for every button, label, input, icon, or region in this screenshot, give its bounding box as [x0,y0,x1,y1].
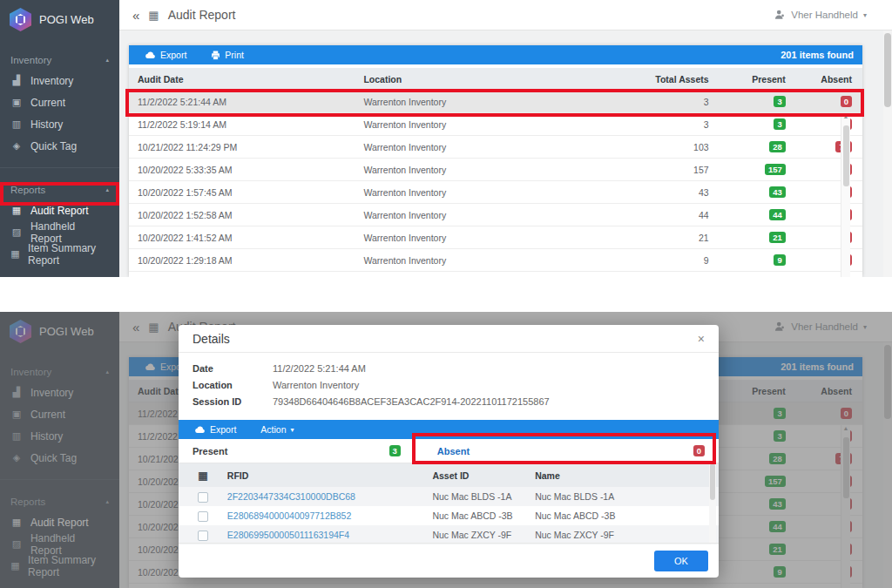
location-cell: Warrenton Inventory [363,210,612,220]
audit-date-cell: 11/2/2022 5:21:44 AM [129,97,363,107]
total-assets-cell: 3 [613,97,716,107]
sidebar-section-inventory[interactable]: Inventory ▴ [0,51,119,70]
sidebar-item-handheld-report[interactable]: ▨ Handheld Report [0,221,119,243]
asset-row[interactable]: E280699500005011163194F4 Nuc Mac ZXCY -9… [179,525,719,544]
print-button[interactable]: Print [199,45,256,64]
column-header-name: Name [535,470,719,481]
table-scrollbar[interactable]: ▲ [841,113,850,277]
audit-date-cell: 10/20/2022 1:41:52 AM [129,233,363,243]
screenshot-top: POGI Web Inventory ▴ ▟ Inventory ▣ Curre… [0,0,892,277]
page-scrollbar[interactable] [883,30,892,277]
action-dropdown[interactable]: Action ▾ [248,420,306,439]
rfid-link[interactable]: E280699500005011163194F4 [227,530,349,540]
section-label: Inventory [10,55,51,65]
sidebar-item-audit-report[interactable]: ▦ Audit Report [0,199,119,221]
sidebar-item-icon: ▦ [10,248,20,260]
audit-row[interactable]: 11/2/2022 5:21:44 AM Warrenton Inventory… [129,91,862,113]
field-value: 79348D66404646B8ACEF3EA3CAC2F914-2022110… [273,396,550,407]
chevron-down-icon: ▾ [291,426,294,434]
modal-title: Details [193,332,230,346]
chevron-down-icon: ▾ [863,11,867,19]
user-name: Vher Handheld [791,10,858,20]
screenshot-canvas: POGI Web Inventory ▴ ▟ Inventory ▣ Curre… [0,0,892,588]
present-badge: 21 [769,232,786,244]
modal-toolbar: Export Action ▾ [179,420,719,439]
ok-button[interactable]: OK [654,551,708,571]
modal-footer: OK [179,543,719,578]
column-header-location: Location [363,74,612,84]
audit-report-card: Export Print 201 items found Audit Date [129,45,862,277]
audit-row[interactable]: 10/20/2022 1:52:58 AM Warrenton Inventor… [129,204,862,226]
column-header-audit-date: Audit Date [129,74,363,84]
sidebar-section-reports[interactable]: Reports ▴ [0,180,119,199]
brand: POGI Web [0,0,119,38]
audit-row[interactable]: 11/2/2022 5:19:14 AM Warrenton Inventory… [129,113,862,136]
audit-row[interactable]: 10/20/2022 1:41:52 AM Warrenton Inventor… [129,226,862,249]
audit-row[interactable]: 10/20/2022 5:33:35 AM Warrenton Inventor… [129,159,862,181]
chevron-up-icon: ▴ [105,186,109,193]
modal-table-body: 2F2203447334C310000DBC68 Nuc Mac BLDS -1… [179,487,719,544]
present-badge: 28 [769,141,786,153]
asset-name-cell: Nuc Mac ZXCY -9F [535,530,719,540]
modal-export-button[interactable]: Export [179,420,248,439]
sidebar-item-inventory[interactable]: ▟ Inventory [0,70,119,91]
column-header-total-assets: Total Assets [613,74,716,84]
items-found-count: 201 items found [780,50,862,60]
absent-badge: 0 [841,96,852,108]
pogi-logo-icon [10,8,31,31]
audit-row[interactable]: 10/20/2022 1:29:18 AM Warrenton Inventor… [129,249,862,272]
sidebar-item-quick-tag[interactable]: ◈ Quick Tag [0,135,119,157]
rfid-link[interactable]: E2806894000040097712B852 [227,510,351,521]
present-absent-bar: Present 3 Absent 0 [179,439,719,463]
present-badge: 3 [774,118,785,131]
row-checkbox[interactable] [198,492,208,503]
export-button[interactable]: Export [129,45,199,64]
modal-table-header: ▦ RFID Asset ID Name [179,463,719,487]
close-icon[interactable]: × [698,332,705,346]
sidebar-divider [0,167,119,168]
detail-field: Location Warrenton Inventory [193,380,705,390]
asset-row[interactable]: 2F2203447334C310000DBC68 Nuc Mac BLDS -1… [179,487,719,506]
printer-icon [211,51,220,60]
audit-date-cell: 11/2/2022 5:19:14 AM [129,119,363,130]
sidebar-item-icon: ▥ [10,118,23,130]
sidebar-collapse-button[interactable]: « [132,8,139,23]
sidebar-item-label: Inventory [30,75,73,87]
present-badge: 157 [765,164,786,176]
audit-table-body: 11/2/2022 5:21:44 AM Warrenton Inventory… [129,91,862,272]
location-cell: Warrenton Inventory [363,187,612,198]
sidebar-item-current[interactable]: ▣ Current [0,91,119,113]
audit-row[interactable]: 10/21/2022 11:24:29 PM Warrenton Invento… [129,136,862,159]
column-header-absent: Absent [789,74,862,84]
grid-icon[interactable]: ▦ [198,470,207,482]
content-area: Export Print 201 items found Audit Date [119,30,892,277]
chevron-up-icon: ▴ [105,57,109,64]
sidebar-item-history[interactable]: ▥ History [0,113,119,135]
total-assets-cell: 43 [613,187,716,198]
present-badge: 43 [769,186,786,199]
sidebar: POGI Web Inventory ▴ ▟ Inventory ▣ Curre… [0,0,119,277]
present-badge: 9 [774,254,785,267]
sidebar-item-icon: ▣ [10,97,23,108]
detail-field: Date 11/2/2022 5:21:44 AM [193,363,705,374]
absent-toggle[interactable]: Absent 0 [416,445,719,457]
audit-date-cell: 10/20/2022 5:33:35 AM [129,165,363,175]
present-label: Present [193,446,227,456]
row-checkbox[interactable] [198,511,208,522]
row-checkbox[interactable] [198,531,208,541]
app-screen: POGI Web Inventory ▴ ▟ Inventory ▣ Curre… [0,0,892,277]
asset-id-cell: Nuc Mac ZXCY -9F [432,530,535,540]
modal-table-scrollbar[interactable] [709,462,716,544]
user-menu[interactable]: Vher Handheld ▾ [774,9,879,21]
total-assets-cell: 21 [613,233,716,243]
location-cell: Warrenton Inventory [363,97,612,107]
rfid-link[interactable]: 2F2203447334C310000DBC68 [227,491,355,502]
present-toggle[interactable]: Present 3 [179,445,416,457]
total-assets-cell: 44 [613,210,716,220]
sidebar-item-item-summary-report[interactable]: ▦ Item Summary Report [0,243,119,265]
total-assets-cell: 103 [613,142,716,152]
location-cell: Warrenton Inventory [363,119,612,130]
card-toolbar: Export Print 201 items found [129,45,862,64]
audit-row[interactable]: 10/20/2022 1:57:45 AM Warrenton Inventor… [129,181,862,204]
asset-row[interactable]: E2806894000040097712B852 Nuc Mac ABCD -3… [179,506,719,525]
